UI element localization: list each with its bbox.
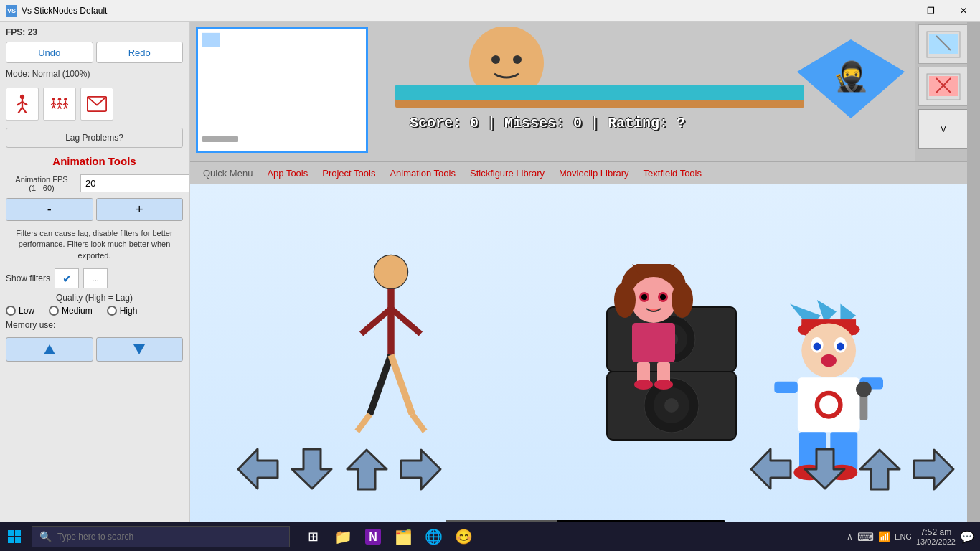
- menu-quick[interactable]: Quick Menu: [196, 165, 260, 182]
- stickfigure: [348, 253, 434, 440]
- svg-marker-96: [347, 450, 387, 489]
- taskbar-chrome-icon[interactable]: 🌐: [419, 522, 448, 551]
- undo-button[interactable]: Undo: [6, 42, 93, 63]
- quality-high-radio[interactable]: [107, 306, 117, 316]
- fps-plus-button[interactable]: +: [96, 198, 184, 221]
- svg-point-85: [819, 395, 838, 414]
- scroll-down-button[interactable]: [96, 337, 184, 362]
- svg-marker-99: [805, 449, 844, 489]
- menu-movieclip-lib[interactable]: Movieclip Library: [552, 165, 636, 182]
- svg-rect-27: [202, 33, 220, 47]
- clock[interactable]: 7:52 am 13/02/2022: [916, 527, 956, 546]
- fps-minus-button[interactable]: -: [6, 198, 93, 221]
- quality-label: Quality (High = Lag): [6, 293, 183, 303]
- menu-textfield-tools[interactable]: Textfield Tools: [636, 165, 709, 182]
- notification-icon[interactable]: 💬: [960, 530, 974, 544]
- menu-stickfigure-lib[interactable]: Stickfigure Library: [463, 165, 552, 182]
- arrow-right-left: [746, 445, 795, 494]
- lag-problems-button[interactable]: Lag Problems?: [6, 128, 183, 148]
- svg-point-77: [801, 324, 856, 378]
- group-icon[interactable]: [43, 88, 76, 121]
- svg-point-31: [513, 55, 522, 64]
- svg-point-81: [837, 343, 844, 351]
- svg-point-89: [856, 382, 872, 397]
- taskbar-files-icon[interactable]: 📁: [329, 522, 357, 551]
- maximize-button[interactable]: ❐: [914, 0, 947, 22]
- preview-inner: [198, 29, 366, 151]
- keyboard-icon[interactable]: ⌨: [857, 530, 874, 544]
- fnf-girlfriend: [600, 264, 722, 408]
- right-panel-btn-2[interactable]: [918, 67, 969, 106]
- preview-area: 🥷 Score: 0 | Misses: 0 | Rating: ?: [190, 22, 980, 161]
- close-button[interactable]: ✕: [947, 0, 980, 22]
- language-label: ENG: [895, 532, 912, 541]
- svg-rect-102: [8, 530, 14, 536]
- taskbar-folder-icon[interactable]: 🗂️: [389, 522, 418, 551]
- fps-input[interactable]: 20: [80, 174, 190, 192]
- svg-rect-105: [15, 537, 21, 543]
- svg-point-69: [654, 380, 673, 390]
- quality-row: Low Medium High: [6, 306, 183, 316]
- undo-redo-row: Undo Redo: [6, 42, 183, 63]
- search-input[interactable]: [57, 532, 282, 542]
- svg-line-46: [391, 355, 413, 415]
- right-panel-btn-1[interactable]: [918, 24, 969, 64]
- svg-point-64: [672, 282, 693, 318]
- show-filters-label: Show filters: [6, 273, 50, 283]
- svg-line-17: [60, 105, 61, 108]
- clock-date: 13/02/2022: [916, 537, 956, 546]
- figure-icon[interactable]: [6, 88, 39, 121]
- quality-low-radio[interactable]: [6, 306, 16, 316]
- preview-canvas[interactable]: [196, 27, 368, 153]
- menu-project-tools[interactable]: Project Tools: [315, 165, 382, 182]
- svg-text:🥷: 🥷: [833, 59, 869, 93]
- taskbar-onenote-icon[interactable]: N: [359, 522, 387, 551]
- quality-medium-radio[interactable]: [49, 306, 59, 316]
- svg-line-4: [19, 108, 22, 113]
- svg-line-47: [357, 415, 370, 432]
- start-button[interactable]: [0, 522, 29, 551]
- fps-label: Animation FPS(1 - 60): [6, 175, 77, 192]
- filter-info-text: Filters can cause lag, disable filters f…: [6, 225, 183, 264]
- arrow-down: [288, 445, 336, 494]
- window-controls[interactable]: — ❐ ✕: [881, 0, 980, 22]
- menu-app-tools[interactable]: App Tools: [260, 165, 315, 182]
- cyan-bar: [395, 85, 804, 100]
- scroll-up-button[interactable]: [6, 337, 93, 362]
- taskview-button[interactable]: ⊞: [298, 522, 327, 551]
- svg-point-41: [374, 255, 407, 288]
- filters-options-button[interactable]: ...: [83, 268, 108, 288]
- redo-button[interactable]: Redo: [96, 42, 184, 63]
- memory-label: Memory use:: [6, 320, 55, 330]
- show-filters-checkbox[interactable]: ✔: [55, 268, 79, 288]
- arrow-up: [342, 445, 391, 494]
- svg-marker-26: [133, 344, 145, 354]
- right-arrow-group: [746, 445, 958, 494]
- taskbar-app-icon[interactable]: 😊: [449, 522, 478, 551]
- svg-line-43: [362, 309, 391, 334]
- quality-low[interactable]: Low: [6, 306, 34, 316]
- app-icon: VS: [6, 5, 17, 17]
- fps-row: Animation FPS(1 - 60) 20: [6, 174, 183, 192]
- minimize-button[interactable]: —: [881, 0, 914, 22]
- svg-point-12: [58, 98, 61, 100]
- svg-line-44: [391, 309, 420, 334]
- score-area: 🥷 Score: 0 | Misses: 0 | Rating: ?: [374, 22, 980, 161]
- quality-section: Quality (High = Lag) Low Medium High: [6, 293, 183, 316]
- right-panel-btn-3[interactable]: V: [918, 109, 969, 149]
- mail-icon[interactable]: [80, 88, 113, 121]
- taskbar-apps: ⊞ 📁 N 🗂️ 🌐 😊: [298, 522, 478, 551]
- scroll-buttons: [6, 337, 183, 362]
- stage[interactable]: 2:40: [190, 184, 980, 551]
- svg-point-68: [634, 380, 653, 390]
- system-tray-expand[interactable]: ∧: [847, 532, 853, 542]
- titlebar-left: VS Vs StickNodes Default: [6, 5, 107, 17]
- scrollbar[interactable]: [967, 22, 980, 551]
- svg-point-63: [614, 282, 636, 318]
- quality-medium[interactable]: Medium: [49, 306, 93, 316]
- menu-animation-tools[interactable]: Animation Tools: [382, 165, 463, 182]
- quality-high[interactable]: High: [107, 306, 138, 316]
- wifi-icon[interactable]: 📶: [878, 531, 890, 542]
- search-bar[interactable]: 🔍: [32, 526, 290, 547]
- sidebar: FPS: 23 Undo Redo Mode: Normal (100%): [0, 22, 190, 551]
